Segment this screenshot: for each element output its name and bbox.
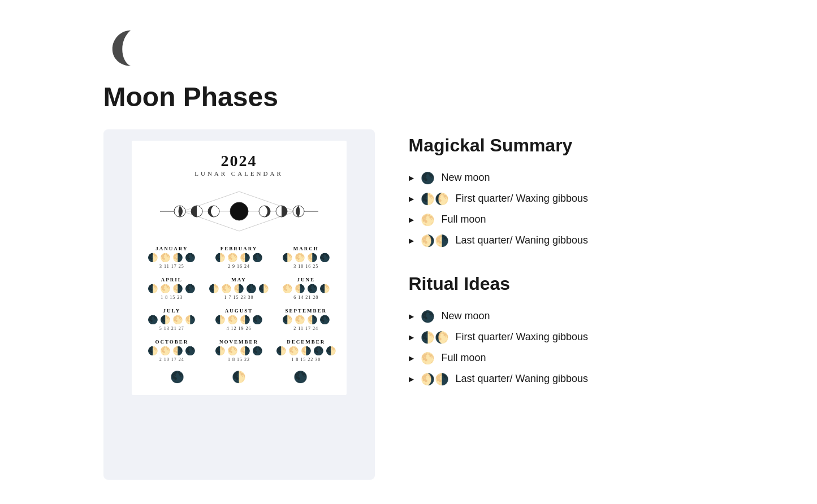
month-block-september: SEPTEMBER 🌓 🌕 🌗 🌑 2 11 17 24: [275, 308, 338, 331]
calendar-inner: 2024 LUNAR CALENDAR: [132, 141, 347, 395]
month-block-november: NOVEMBER 🌓 🌕 🌗 🌑 1 8 15 22: [208, 339, 270, 362]
magickal-summary-list: ▶ 🌑 New moon ▶ 🌓🌔 First quarter/ Waxing …: [409, 167, 714, 251]
phase-label-last-quarter-2: Last quarter/ Waning gibbous: [456, 373, 588, 385]
phase-emoji-first-quarter-2: 🌓🌔: [421, 332, 449, 343]
crescent-moon-icon: [103, 23, 143, 68]
arrow-icon: ▶: [409, 195, 414, 203]
list-item[interactable]: ▶ 🌖🌗 Last quarter/ Waning gibbous: [409, 368, 714, 389]
phase-emoji-new-moon-2: 🌑: [421, 311, 435, 322]
moon-diagram: [141, 186, 338, 237]
arrow-icon: ▶: [409, 312, 414, 320]
month-block-december: DECEMBER 🌓 🌕 🌗 🌑 🌓 1 8 15 22 30: [275, 339, 338, 362]
phase-emoji-full-moon-1: 🌕: [421, 214, 435, 225]
calendar-wrapper: 2024 LUNAR CALENDAR: [103, 129, 375, 480]
phase-label-last-quarter-1: Last quarter/ Waning gibbous: [456, 234, 588, 246]
right-section: Magickal Summary ▶ 🌑 New moon ▶ 🌓🌔 First…: [409, 129, 714, 412]
phase-label-full-moon-1: Full moon: [442, 214, 486, 225]
svg-point-14: [230, 202, 248, 220]
month-block-january: JANUARY 🌓 🌕 🌗 🌑 3 11 17 25: [141, 246, 204, 269]
phase-emoji-new-moon-1: 🌑: [421, 172, 435, 184]
arrow-icon: ▶: [409, 354, 414, 362]
phase-emoji-last-quarter-2: 🌖🌗: [421, 373, 449, 385]
list-item[interactable]: ▶ 🌓🌔 First quarter/ Waxing gibbous: [409, 188, 714, 209]
calendar-year: 2024: [141, 152, 338, 170]
main-content: 2024 LUNAR CALENDAR: [103, 129, 714, 480]
phase-label-full-moon-2: Full moon: [442, 352, 486, 364]
ritual-ideas-section: Ritual Ideas ▶ 🌑 New moon ▶ 🌓🌔 First qua…: [409, 273, 714, 389]
arrow-icon: ▶: [409, 237, 414, 245]
moon-icon-container: [103, 23, 714, 70]
arrow-icon: ▶: [409, 375, 414, 383]
phase-label-first-quarter-2: First quarter/ Waxing gibbous: [456, 331, 588, 343]
magickal-summary-title: Magickal Summary: [409, 135, 714, 156]
page-container: Moon Phases 2024 LUNAR CALENDAR: [70, 0, 748, 502]
ritual-ideas-list: ▶ 🌑 New moon ▶ 🌓🌔 First quarter/ Waxing …: [409, 306, 714, 389]
list-item[interactable]: ▶ 🌑 New moon: [409, 167, 714, 188]
month-block-march: MARCH 🌓 🌕 🌗 🌑 3 10 16 25: [275, 246, 338, 269]
page-title: Moon Phases: [103, 81, 714, 112]
ritual-ideas-title: Ritual Ideas: [409, 273, 714, 294]
arrow-icon: ▶: [409, 216, 414, 224]
calendar-section: 2024 LUNAR CALENDAR: [103, 129, 375, 480]
arrow-icon: ▶: [409, 333, 414, 341]
arrow-icon: ▶: [409, 174, 414, 182]
phase-emoji-last-quarter-1: 🌖🌗: [421, 235, 449, 246]
phase-emoji-first-quarter-1: 🌓🌔: [421, 193, 449, 205]
magickal-summary-section: Magickal Summary ▶ 🌑 New moon ▶ 🌓🌔 First…: [409, 135, 714, 251]
month-block-may: MAY 🌓 🌕 🌗 🌑 🌓 1 7 15 23 30: [208, 277, 270, 300]
phase-emoji-full-moon-2: 🌕: [421, 353, 435, 364]
calendar-subtitle: LUNAR CALENDAR: [141, 170, 338, 177]
phase-label-first-quarter-1: First quarter/ Waxing gibbous: [456, 193, 588, 205]
months-grid: JANUARY 🌓 🌕 🌗 🌑 3 11 17 25 FEBR: [141, 246, 338, 362]
month-block-august: AUGUST 🌓 🌕 🌗 🌑 4 12 19 26: [208, 308, 270, 331]
list-item[interactable]: ▶ 🌕 Full moon: [409, 209, 714, 230]
month-block-october: OCTOBER 🌓 🌕 🌗 🌑 2 10 17 24: [141, 339, 204, 362]
lunar-diagram-svg: [149, 186, 330, 237]
month-block-july: JULY 🌑 🌓 🌕 🌗 5 13 21 27: [141, 308, 204, 331]
list-item[interactable]: ▶ 🌖🌗 Last quarter/ Waning gibbous: [409, 230, 714, 251]
list-item[interactable]: ▶ 🌑 New moon: [409, 306, 714, 327]
phase-label-new-moon-2: New moon: [442, 310, 490, 322]
month-block-april: APRIL 🌓 🌕 🌗 🌑 1 8 15 23: [141, 277, 204, 300]
list-item[interactable]: ▶ 🌓🌔 First quarter/ Waxing gibbous: [409, 327, 714, 347]
list-item[interactable]: ▶ 🌕 Full moon: [409, 347, 714, 368]
phase-label-new-moon-1: New moon: [442, 172, 490, 184]
header-section: Moon Phases: [103, 23, 714, 112]
month-block-february: FEBRUARY 🌓 🌕 🌗 🌑 2 9 16 24: [208, 246, 270, 269]
month-block-june: JUNE 🌕 🌗 🌑 🌓 6 14 21 28: [275, 277, 338, 300]
